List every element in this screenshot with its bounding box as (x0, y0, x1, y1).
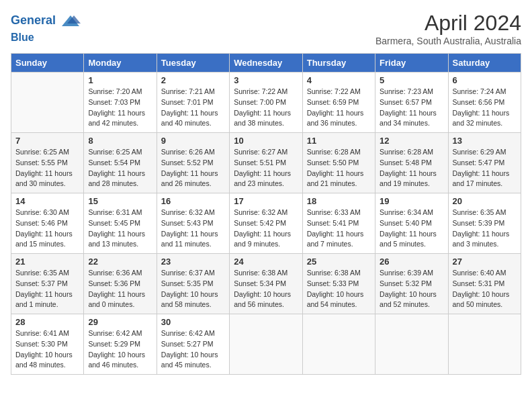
day-number: 13 (453, 136, 517, 146)
calendar-cell (11, 73, 84, 133)
day-number: 20 (453, 196, 517, 206)
day-info: Sunrise: 6:28 AMSunset: 5:50 PMDaylight:… (307, 147, 371, 189)
column-header-sunday: Sunday (11, 54, 84, 73)
calendar-cell (375, 314, 448, 375)
day-number: 10 (234, 136, 298, 146)
day-number: 14 (15, 196, 79, 206)
calendar-cell (230, 314, 302, 375)
calendar-cell: 8Sunrise: 6:25 AMSunset: 5:54 PMDaylight… (84, 133, 157, 193)
calendar-cell: 17Sunrise: 6:32 AMSunset: 5:42 PMDayligh… (230, 193, 302, 254)
calendar-table: SundayMondayTuesdayWednesdayThursdayFrid… (11, 53, 521, 375)
calendar-cell: 16Sunrise: 6:32 AMSunset: 5:43 PMDayligh… (157, 193, 229, 254)
day-number: 1 (88, 75, 152, 85)
calendar-cell: 19Sunrise: 6:34 AMSunset: 5:40 PMDayligh… (375, 193, 448, 254)
calendar-cell: 22Sunrise: 6:36 AMSunset: 5:36 PMDayligh… (84, 254, 157, 314)
calendar-cell: 14Sunrise: 6:30 AMSunset: 5:46 PMDayligh… (11, 193, 84, 254)
calendar-cell: 27Sunrise: 6:40 AMSunset: 5:31 PMDayligh… (448, 254, 521, 314)
calendar-title: April 2024 (375, 11, 521, 36)
day-info: Sunrise: 6:27 AMSunset: 5:51 PMDaylight:… (234, 147, 298, 189)
day-info: Sunrise: 6:30 AMSunset: 5:46 PMDaylight:… (15, 208, 79, 250)
calendar-cell: 23Sunrise: 6:37 AMSunset: 5:35 PMDayligh… (157, 254, 229, 314)
day-info: Sunrise: 7:20 AMSunset: 7:03 PMDaylight:… (88, 87, 152, 129)
day-number: 11 (307, 136, 371, 146)
calendar-cell: 2Sunrise: 7:21 AMSunset: 7:01 PMDaylight… (157, 73, 229, 133)
calendar-cell: 28Sunrise: 6:41 AMSunset: 5:30 PMDayligh… (11, 314, 84, 375)
day-number: 30 (161, 317, 225, 327)
day-info: Sunrise: 6:33 AMSunset: 5:41 PMDaylight:… (307, 208, 371, 250)
day-number: 19 (380, 196, 443, 206)
day-number: 23 (161, 257, 225, 267)
calendar-cell: 20Sunrise: 6:35 AMSunset: 5:39 PMDayligh… (448, 193, 521, 254)
title-block: April 2024 Barmera, South Australia, Aus… (375, 11, 521, 46)
calendar-cell: 4Sunrise: 7:22 AMSunset: 6:59 PMDaylight… (302, 73, 375, 133)
calendar-cell: 1Sunrise: 7:20 AMSunset: 7:03 PMDaylight… (84, 73, 157, 133)
day-info: Sunrise: 6:32 AMSunset: 5:43 PMDaylight:… (161, 208, 225, 250)
day-number: 9 (161, 136, 225, 146)
calendar-cell: 21Sunrise: 6:35 AMSunset: 5:37 PMDayligh… (11, 254, 84, 314)
column-header-thursday: Thursday (302, 54, 375, 73)
day-number: 24 (234, 257, 298, 267)
calendar-cell: 13Sunrise: 6:29 AMSunset: 5:47 PMDayligh… (448, 133, 521, 193)
calendar-cell: 29Sunrise: 6:42 AMSunset: 5:29 PMDayligh… (84, 314, 157, 375)
day-info: Sunrise: 6:40 AMSunset: 5:31 PMDaylight:… (453, 268, 517, 310)
day-info: Sunrise: 6:32 AMSunset: 5:42 PMDaylight:… (234, 208, 298, 250)
logo-text-blue: Blue (11, 31, 81, 44)
day-info: Sunrise: 6:36 AMSunset: 5:36 PMDaylight:… (88, 268, 152, 310)
column-header-wednesday: Wednesday (230, 54, 302, 73)
column-header-tuesday: Tuesday (157, 54, 229, 73)
day-info: Sunrise: 6:25 AMSunset: 5:55 PMDaylight:… (15, 147, 79, 189)
day-info: Sunrise: 7:23 AMSunset: 6:57 PMDaylight:… (380, 87, 443, 129)
day-info: Sunrise: 7:22 AMSunset: 6:59 PMDaylight:… (307, 87, 371, 129)
day-info: Sunrise: 6:39 AMSunset: 5:32 PMDaylight:… (380, 268, 443, 310)
day-info: Sunrise: 6:25 AMSunset: 5:54 PMDaylight:… (88, 147, 152, 189)
calendar-cell: 24Sunrise: 6:38 AMSunset: 5:34 PMDayligh… (230, 254, 302, 314)
day-info: Sunrise: 6:31 AMSunset: 5:45 PMDaylight:… (88, 208, 152, 250)
day-number: 4 (307, 75, 371, 85)
page-header: General Blue April 2024 Barmera, South A… (11, 11, 521, 46)
day-number: 12 (380, 136, 443, 146)
day-number: 27 (453, 257, 517, 267)
column-header-monday: Monday (84, 54, 157, 73)
day-number: 25 (307, 257, 371, 267)
calendar-cell: 12Sunrise: 6:28 AMSunset: 5:48 PMDayligh… (375, 133, 448, 193)
day-number: 6 (453, 75, 517, 85)
day-info: Sunrise: 6:29 AMSunset: 5:47 PMDaylight:… (453, 147, 517, 189)
day-number: 5 (380, 75, 443, 85)
day-info: Sunrise: 6:38 AMSunset: 5:34 PMDaylight:… (234, 268, 298, 310)
day-number: 2 (161, 75, 225, 85)
day-number: 8 (88, 136, 152, 146)
calendar-cell: 5Sunrise: 7:23 AMSunset: 6:57 PMDaylight… (375, 73, 448, 133)
day-number: 29 (88, 317, 152, 327)
day-number: 18 (307, 196, 371, 206)
day-info: Sunrise: 7:24 AMSunset: 6:56 PMDaylight:… (453, 87, 517, 129)
calendar-cell: 6Sunrise: 7:24 AMSunset: 6:56 PMDaylight… (448, 73, 521, 133)
day-number: 3 (234, 75, 298, 85)
day-number: 16 (161, 196, 225, 206)
column-header-saturday: Saturday (448, 54, 521, 73)
day-number: 17 (234, 196, 298, 206)
day-number: 26 (380, 257, 443, 267)
day-info: Sunrise: 6:34 AMSunset: 5:40 PMDaylight:… (380, 208, 443, 250)
logo: General Blue (11, 11, 81, 44)
column-header-friday: Friday (375, 54, 448, 73)
calendar-cell: 25Sunrise: 6:38 AMSunset: 5:33 PMDayligh… (302, 254, 375, 314)
day-info: Sunrise: 6:38 AMSunset: 5:33 PMDaylight:… (307, 268, 371, 310)
day-number: 28 (15, 317, 79, 327)
calendar-cell: 9Sunrise: 6:26 AMSunset: 5:52 PMDaylight… (157, 133, 229, 193)
calendar-cell: 18Sunrise: 6:33 AMSunset: 5:41 PMDayligh… (302, 193, 375, 254)
calendar-subtitle: Barmera, South Australia, Australia (375, 36, 521, 46)
day-info: Sunrise: 6:35 AMSunset: 5:37 PMDaylight:… (15, 268, 79, 310)
calendar-cell: 26Sunrise: 6:39 AMSunset: 5:32 PMDayligh… (375, 254, 448, 314)
day-info: Sunrise: 6:28 AMSunset: 5:48 PMDaylight:… (380, 147, 443, 189)
day-info: Sunrise: 7:21 AMSunset: 7:01 PMDaylight:… (161, 87, 225, 129)
day-info: Sunrise: 7:22 AMSunset: 7:00 PMDaylight:… (234, 87, 298, 129)
logo-text: General (11, 11, 81, 31)
calendar-cell: 10Sunrise: 6:27 AMSunset: 5:51 PMDayligh… (230, 133, 302, 193)
calendar-cell: 11Sunrise: 6:28 AMSunset: 5:50 PMDayligh… (302, 133, 375, 193)
day-info: Sunrise: 6:37 AMSunset: 5:35 PMDaylight:… (161, 268, 225, 310)
calendar-cell: 15Sunrise: 6:31 AMSunset: 5:45 PMDayligh… (84, 193, 157, 254)
day-number: 7 (15, 136, 79, 146)
calendar-cell: 3Sunrise: 7:22 AMSunset: 7:00 PMDaylight… (230, 73, 302, 133)
calendar-cell (302, 314, 375, 375)
day-info: Sunrise: 6:42 AMSunset: 5:27 PMDaylight:… (161, 328, 225, 371)
